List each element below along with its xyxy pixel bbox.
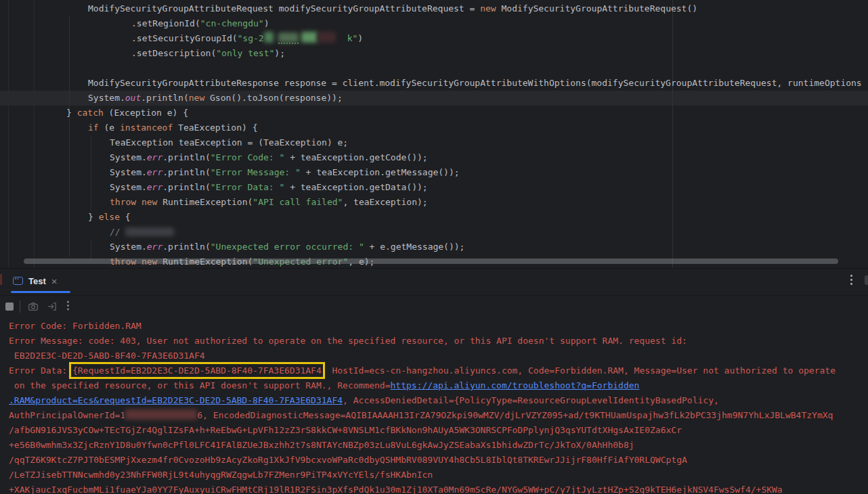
code-line: .setSecurityGroupId("sg-2k") xyxy=(0,31,868,46)
run-tabstrip: Test × xyxy=(0,269,868,295)
console-link[interactable]: .RAM&product=Ecs&requestId=EB2D2E3C-DE2D… xyxy=(9,395,343,405)
text-segment: RuntimeException( xyxy=(157,197,253,207)
text-segment: +e56B0wmhm3x3ZjcRznY1D8u0Yfwn0cPfl0LFC41… xyxy=(9,440,634,450)
console-line: Error Code: Forbidden.RAM xyxy=(9,319,868,334)
text-segment: + e.getMessage()); xyxy=(364,242,465,252)
clipped-icon xyxy=(0,274,2,285)
console-line: Error Message: code: 403, User not autho… xyxy=(9,334,868,349)
text-segment: "API call failed" xyxy=(253,197,343,207)
code-line: .setRegionId("cn-chengdu") xyxy=(0,16,868,31)
text-segment: err xyxy=(147,242,162,252)
text-segment: err xyxy=(147,167,162,177)
text-segment: System. xyxy=(88,93,125,103)
code-line xyxy=(0,61,868,76)
stop-button[interactable] xyxy=(5,302,14,311)
text-segment: System. xyxy=(110,242,147,252)
redacted-blur xyxy=(125,409,197,420)
text-segment: // xyxy=(110,227,125,237)
text-segment: AuthPrincipalOwnerId=1 xyxy=(9,410,125,420)
text-segment: .setRegionId( xyxy=(131,18,200,28)
redacted-blur xyxy=(318,32,336,43)
console-line: on the specified resource, or this API d… xyxy=(9,378,868,393)
import-test-results-icon[interactable] xyxy=(46,300,58,312)
screenshot-icon[interactable] xyxy=(27,300,39,312)
code-line: System.err.println("Error Data: " + teaE… xyxy=(0,180,868,195)
tab-label: Test xyxy=(28,276,46,286)
text-segment: (Exception e) { xyxy=(104,108,188,118)
close-icon[interactable]: × xyxy=(51,276,58,286)
text-segment: .println( xyxy=(162,242,210,252)
tab-test[interactable]: Test × xyxy=(12,269,59,293)
text-segment: /qqTZ6K9KtcZ7PJT0bESMPjXxezm4fr0CvozoHb9… xyxy=(9,455,687,465)
text-segment: /afbGN916JVS3yCOw+TEcTGjZr4QglIZsFA+h+Re… xyxy=(9,425,682,435)
text-segment: .setSecurityGroupId( xyxy=(131,33,238,43)
code-line: if (e instanceof TeaException) { xyxy=(0,120,868,135)
text-segment: "only test" xyxy=(216,48,274,58)
text-segment: throw xyxy=(110,197,136,207)
text-segment: } xyxy=(66,108,77,118)
console-output[interactable]: Error Code: Forbidden.RAMError Message: … xyxy=(0,317,868,494)
code-line: System.err.println("Error Message: " + t… xyxy=(0,165,868,180)
text-segment: "Error Code: " xyxy=(211,152,285,162)
text-segment: out xyxy=(125,93,141,103)
toolbar-divider xyxy=(20,300,20,313)
redacted-blur xyxy=(278,32,299,43)
code-line: } else { xyxy=(0,210,868,225)
code-line: System.err.println("Unexpected error occ… xyxy=(0,240,868,254)
text-segment: "cn-chengdu" xyxy=(200,18,264,28)
text-segment: new xyxy=(189,93,204,103)
text-segment: new xyxy=(142,197,157,207)
text-segment: /LeTZJisebTTNNcwmhd0y23NhFFW0RjL9t4uhyqg… xyxy=(9,470,433,480)
highlighted-request-id: {RequestId=EB2D2E3C-DE2D-5ABD-8F40-7FA3E… xyxy=(72,365,322,376)
console-lines: Error Code: Forbidden.RAMError Message: … xyxy=(9,319,868,494)
text-segment: Gson().toJson(response)); xyxy=(204,93,343,103)
editor-horizontal-scrollbar[interactable] xyxy=(24,259,838,264)
run-console-icon xyxy=(13,277,23,285)
text-segment: , HostId=ecs-cn-hangzhou.aliyuncs.com, C… xyxy=(322,365,836,376)
more-options-icon[interactable] xyxy=(850,275,852,286)
console-line: .RAM&product=Ecs&requestId=EB2D2E3C-DE2D… xyxy=(9,393,868,408)
text-segment: ModifySecurityGroupAttributeRequest() xyxy=(496,3,697,14)
text-segment: ) xyxy=(357,33,363,43)
console-line: /qqTZ6K9KtcZ7PJT0bESMPjXxezm4fr0CvozoHb9… xyxy=(9,453,868,468)
console-line: +XAKjaucIxqFucbmMLi1fuaeYJa0YY7FyAuxyuiC… xyxy=(9,482,868,494)
text-segment: { xyxy=(120,212,131,222)
code-line: throw new RuntimeException("API call fai… xyxy=(0,195,868,210)
text-segment: ModifySecurityGroupAttributeResponse res… xyxy=(88,78,862,88)
code-lines: ModifySecurityGroupAttributeRequest modi… xyxy=(0,1,868,268)
console-line: /afbGN916JVS3yCOw+TEcTGjZr4QglIZsFA+h+Re… xyxy=(9,423,868,438)
code-editor[interactable]: ModifySecurityGroupAttributeRequest modi… xyxy=(0,0,868,268)
console-link[interactable]: https://api.aliyun.com/troubleshoot?q=Fo… xyxy=(391,380,640,390)
text-segment: .println( xyxy=(162,152,210,162)
text-segment: "sg-2 xyxy=(238,33,264,43)
text-segment: System. xyxy=(110,152,147,162)
text-segment: TeaException) { xyxy=(173,122,257,133)
redacted-blur-underlined xyxy=(278,32,299,44)
text-segment: + teaException.getCode()); xyxy=(284,152,427,162)
text-segment: 6, EncodedDiagnosticMessage=AQIBIAAAAH13… xyxy=(197,410,833,420)
hide-panel-icon[interactable] xyxy=(865,275,868,285)
text-segment: Error Data: xyxy=(9,365,72,376)
text-segment: } xyxy=(88,212,99,222)
code-line: TeaException teaException = (TeaExceptio… xyxy=(0,135,868,150)
console-toolbar xyxy=(0,295,868,317)
text-segment: on the specified resource, or this API d… xyxy=(9,380,391,390)
text-segment: else xyxy=(99,212,120,222)
code-line: } catch (Exception e) { xyxy=(0,106,868,120)
text-segment: catch xyxy=(77,108,104,118)
text-segment: .println( xyxy=(141,93,188,103)
text-segment: "Unexpected error occurred: " xyxy=(211,242,364,252)
more-options-icon[interactable] xyxy=(67,301,69,311)
console-line: /LeTZJisebTTNNcwmhd0y23NhFFW0RjL9t4uhyqg… xyxy=(9,468,868,482)
text-segment: ); xyxy=(274,48,285,58)
console-line: +e56B0wmhm3x3ZjcRznY1D8u0Yfwn0cPfl0LFC41… xyxy=(9,438,868,453)
text-segment: + teaException.getMessage()); xyxy=(301,167,460,177)
console-line: Error Data: {RequestId=EB2D2E3C-DE2D-5AB… xyxy=(9,363,868,378)
text-segment: err xyxy=(147,152,162,162)
text-segment: k" xyxy=(347,33,358,43)
text-segment: TeaException teaException = (TeaExceptio… xyxy=(110,137,348,148)
code-line: System.out.println(new Gson().toJson(res… xyxy=(0,91,868,106)
console-line: EB2D2E3C-DE2D-5ABD-8F40-7FA3E6D31AF4 xyxy=(9,349,868,363)
text-segment: err xyxy=(147,182,162,192)
text-segment: (e xyxy=(99,122,120,133)
